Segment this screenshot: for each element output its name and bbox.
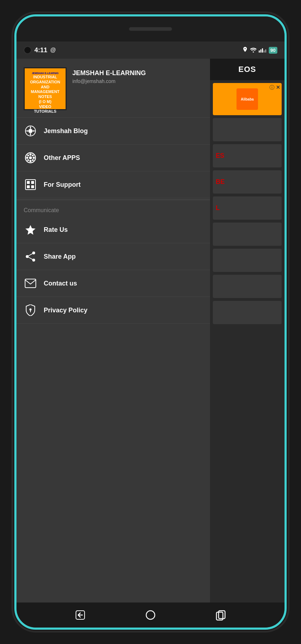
svg-marker-22	[25, 225, 35, 235]
wifi-icon	[250, 48, 257, 53]
battery-indicator: 90	[269, 47, 277, 54]
content-card-7	[213, 275, 282, 298]
menu-item-contact-us[interactable]: Contact us	[16, 270, 210, 297]
divider	[16, 200, 210, 200]
front-camera	[24, 46, 32, 54]
right-header-title: EOS	[238, 65, 256, 74]
support-icon	[24, 178, 37, 191]
other-apps-icon	[24, 151, 37, 165]
status-time: 4:11	[34, 47, 47, 54]
status-at-symbol: @	[50, 47, 56, 53]
menu-item-rate-us[interactable]: Rate Us	[16, 216, 210, 243]
drawer-header: JEMSHAH E-LEARNIG INDUSTRIALORGANIZATION…	[16, 59, 210, 118]
speaker-grill	[129, 27, 172, 31]
card-text: L	[216, 204, 220, 212]
content-card-3: BE	[213, 170, 282, 194]
right-panel-header: EOS	[210, 59, 285, 80]
svg-rect-17	[25, 180, 35, 190]
svg-rect-2	[262, 48, 263, 53]
navigation-drawer: JEMSHAH E-LEARNIG INDUSTRIALORGANIZATION…	[16, 59, 210, 602]
svg-line-27	[27, 257, 34, 260]
status-right: 90	[242, 47, 277, 54]
svg-rect-21	[31, 185, 34, 188]
svg-point-15	[27, 159, 29, 161]
share-icon	[24, 250, 37, 263]
svg-point-10	[33, 157, 35, 159]
home-button[interactable]	[143, 607, 158, 623]
svg-point-11	[29, 153, 32, 156]
logo-title-text: INDUSTRIALORGANIZATIONAND MANAGEMENTNOTE…	[28, 75, 62, 114]
recent-apps-button[interactable]	[213, 607, 229, 623]
svg-rect-20	[27, 185, 30, 188]
app-email: info@jemshah.com	[72, 78, 146, 84]
content-card-6	[213, 249, 282, 272]
menu-section: Jemshah Blog	[16, 118, 210, 602]
content-card-1	[213, 118, 282, 141]
status-left: 4:11 @	[24, 46, 56, 54]
menu-item-for-support[interactable]: For Support	[16, 171, 210, 198]
menu-item-privacy-policy[interactable]: Privacy Policy	[16, 297, 210, 324]
logo-brand-text: JEMSHAH E-LEARNIG	[28, 72, 62, 74]
svg-rect-0	[259, 50, 260, 53]
location-icon	[242, 47, 248, 53]
svg-point-6	[28, 129, 33, 133]
status-bar: 4:11 @	[16, 42, 285, 59]
content-card-8	[213, 301, 282, 324]
svg-point-13	[27, 155, 29, 156]
bottom-nav	[16, 602, 285, 628]
svg-rect-1	[260, 49, 261, 53]
back-button[interactable]	[72, 607, 88, 623]
svg-rect-18	[27, 181, 30, 184]
svg-point-12	[29, 160, 32, 162]
menu-item-label: Contact us	[44, 280, 77, 287]
svg-rect-28	[25, 279, 36, 288]
svg-point-14	[32, 155, 34, 156]
ad-close-icon[interactable]: ✕	[276, 84, 280, 90]
menu-item-label: For Support	[44, 181, 81, 189]
screen-content: JEMSHAH E-LEARNIG INDUSTRIALORGANIZATION…	[16, 59, 285, 602]
menu-item-label: Privacy Policy	[44, 307, 87, 314]
top-bezel	[16, 16, 285, 42]
svg-rect-4	[265, 49, 266, 53]
star-icon	[24, 223, 37, 236]
content-card-4: L	[213, 196, 282, 220]
menu-item-label: Jemshah Blog	[44, 127, 88, 135]
right-content: ✕ ⓘ Alibaba ES BE L	[210, 80, 285, 602]
app-logo: JEMSHAH E-LEARNIG INDUSTRIALORGANIZATION…	[24, 67, 67, 110]
menu-item-other-apps[interactable]: Other APPS	[16, 145, 210, 171]
menu-item-label: Share App	[44, 253, 76, 260]
blog-icon	[24, 124, 37, 138]
svg-point-8	[29, 156, 32, 159]
app-name: JEMSHAH E-LEARNING	[72, 69, 146, 77]
content-card-5	[213, 223, 282, 246]
ad-banner: ✕ ⓘ Alibaba	[213, 83, 282, 115]
svg-rect-3	[263, 50, 264, 53]
content-card-2: ES	[213, 144, 282, 167]
menu-item-label: Other APPS	[44, 154, 80, 162]
menu-item-label: Rate Us	[44, 226, 68, 234]
svg-line-26	[27, 253, 34, 257]
svg-point-16	[32, 159, 34, 161]
menu-item-share-app[interactable]: Share App	[16, 243, 210, 270]
signal-icon	[259, 48, 267, 53]
app-info: JEMSHAH E-LEARNING info@jemshah.com	[72, 67, 146, 86]
card-text: BE	[216, 178, 225, 186]
communicate-section-header: Communicate	[16, 201, 210, 216]
privacy-icon	[24, 303, 37, 317]
svg-point-9	[26, 157, 28, 159]
svg-rect-30	[30, 310, 31, 312]
svg-point-32	[146, 611, 155, 619]
menu-item-jemshah-blog[interactable]: Jemshah Blog	[16, 118, 210, 145]
svg-rect-19	[31, 181, 34, 184]
email-icon	[24, 277, 37, 290]
ad-info-icon: ⓘ	[269, 84, 274, 91]
right-panel: EOS ✕ ⓘ Alibaba ES BE	[210, 59, 285, 602]
phone-frame: 4:11 @	[14, 14, 287, 630]
card-text: ES	[216, 152, 224, 160]
